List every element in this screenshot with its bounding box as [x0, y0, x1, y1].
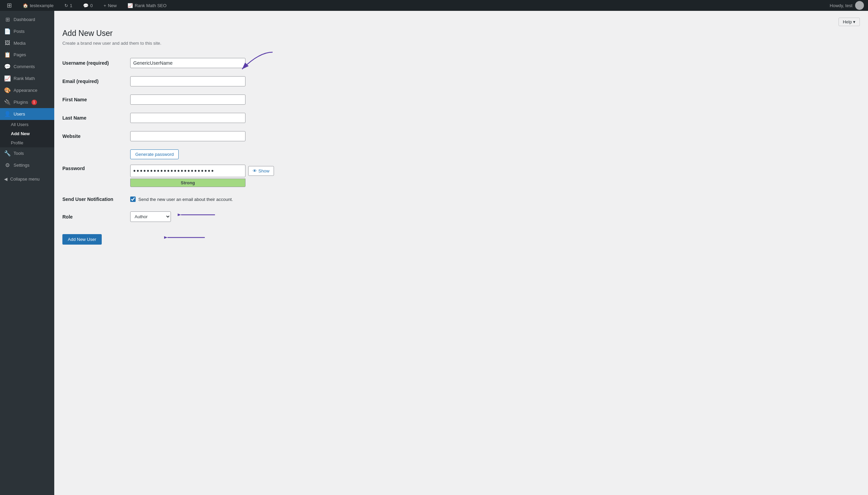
admin-bar: ⊞ 🏠 testexample ↻ 1 💬 0 + New 📈 Rank Mat… [0, 0, 868, 11]
rank-math-icon: 📈 [4, 75, 11, 82]
sidebar-item-posts[interactable]: 📄 Posts [0, 25, 54, 37]
adminbar-rank-math[interactable]: 📈 Rank Math SEO [125, 0, 169, 11]
users-submenu: All Users Add New Profile [0, 120, 54, 148]
send-notification-checkbox[interactable] [130, 197, 136, 202]
dashboard-icon: ⊞ [4, 16, 11, 23]
help-button[interactable]: Help ▾ [838, 18, 860, 26]
posts-icon: 📄 [4, 28, 11, 35]
sidebar: ⊞ Dashboard 📄 Posts 🖼 Media 📋 Pages 💬 Co… [0, 11, 54, 495]
sidebar-item-comments[interactable]: 💬 Comments [0, 61, 54, 72]
plugins-badge: 1 [32, 100, 37, 105]
tools-icon: 🔧 [4, 150, 11, 156]
send-notification-label: Send User Notification [62, 197, 113, 202]
sidebar-item-tools[interactable]: 🔧 Tools [0, 148, 54, 159]
sidebar-item-settings[interactable]: ⚙ Settings [0, 159, 54, 171]
main-content: Help ▾ Add New User Create a brand new u… [54, 11, 868, 495]
role-label: Role [62, 214, 72, 220]
add-user-form: Username (required) Email (required) Fir… [62, 54, 340, 226]
users-icon: 👤 [4, 111, 11, 117]
password-label: Password [62, 166, 85, 171]
role-select[interactable]: Administrator Editor Author Contributor … [130, 211, 171, 222]
website-label: Website [62, 134, 80, 139]
site-icon: 🏠 [23, 3, 28, 8]
adminbar-comments[interactable]: 💬 0 [80, 0, 95, 11]
password-input[interactable] [130, 165, 246, 177]
adminbar-updates[interactable]: ↻ 1 [62, 0, 75, 11]
sidebar-item-users[interactable]: 👤 Users [0, 108, 54, 120]
howdy-text: Howdy, test [830, 3, 852, 8]
adminbar-new[interactable]: + New [101, 0, 120, 11]
first-name-input[interactable] [130, 95, 246, 105]
last-name-input[interactable] [130, 113, 246, 123]
send-notification-text: Send the new user an email about their a… [138, 197, 233, 202]
submenu-all-users[interactable]: All Users [0, 120, 54, 129]
collapse-menu-button[interactable]: ◀ Collapse menu [0, 174, 54, 184]
sidebar-item-appearance[interactable]: 🎨 Appearance [0, 84, 54, 96]
eye-icon: 👁 [253, 168, 257, 173]
plus-icon: + [104, 3, 106, 8]
sidebar-item-pages[interactable]: 📋 Pages [0, 49, 54, 61]
appearance-icon: 🎨 [4, 87, 11, 93]
rank-math-icon: 📈 [128, 3, 133, 8]
first-name-label: First Name [62, 97, 87, 102]
password-strength-bar: Strong [130, 178, 246, 187]
website-input[interactable] [130, 131, 246, 141]
media-icon: 🖼 [4, 40, 11, 46]
sidebar-item-dashboard[interactable]: ⊞ Dashboard [0, 14, 54, 25]
sidebar-item-rank-math[interactable]: 📈 Rank Math [0, 72, 54, 84]
email-input[interactable] [130, 76, 246, 86]
submenu-add-new[interactable]: Add New [0, 129, 54, 138]
sidebar-item-plugins[interactable]: 🔌 Plugins 1 [0, 96, 54, 108]
comments-icon: 💬 [4, 63, 11, 70]
settings-icon: ⚙ [4, 162, 11, 168]
page-subtitle: Create a brand new user and add them to … [62, 41, 860, 46]
plugins-icon: 🔌 [4, 99, 11, 105]
generate-password-button[interactable]: Generate password [130, 149, 179, 159]
username-input[interactable] [130, 58, 246, 68]
add-new-user-button[interactable]: Add New User [62, 234, 102, 245]
adminbar-site-name[interactable]: 🏠 testexample [20, 0, 56, 11]
avatar [855, 1, 864, 10]
last-name-label: Last Name [62, 115, 86, 121]
collapse-icon: ◀ [4, 176, 7, 182]
wp-logo-icon: ⊞ [7, 2, 12, 9]
adminbar-wp-logo[interactable]: ⊞ [4, 0, 15, 11]
sidebar-item-media[interactable]: 🖼 Media [0, 37, 54, 49]
email-label: Email (required) [62, 79, 99, 84]
page-title: Add New User [62, 29, 860, 38]
submenu-profile[interactable]: Profile [0, 138, 54, 148]
comments-icon: 💬 [83, 3, 88, 8]
pages-icon: 📋 [4, 51, 11, 58]
updates-icon: ↻ [64, 3, 68, 8]
show-password-button[interactable]: 👁 Show [248, 166, 274, 176]
username-label: Username (required) [62, 60, 109, 66]
